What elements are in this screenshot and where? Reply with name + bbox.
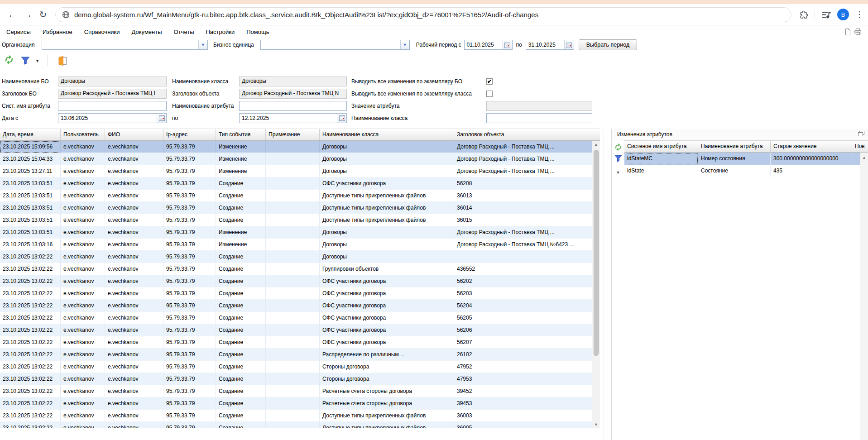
calendar-icon[interactable]: [157, 114, 166, 123]
url-text[interactable]: demo.global-system.ru/Wf_MainMenu/gtk-ru…: [74, 11, 538, 19]
table-row[interactable]: 23.10.2025 13:02:22 e.vechkanov e.vechka…: [0, 263, 592, 275]
sys-attr-field[interactable]: [58, 101, 167, 111]
menu-item[interactable]: Настройки: [206, 29, 235, 35]
table-row[interactable]: 23.10.2025 13:02:22 e.vechkanov e.vechka…: [0, 373, 592, 385]
table-row[interactable]: 23.10.2025 13:03:51 e.vechkanov e.vechka…: [0, 190, 592, 202]
class-name2-field[interactable]: [486, 113, 592, 123]
scroll-down-icon[interactable]: ▼: [594, 421, 598, 428]
column-header[interactable]: Наименование атрибута: [698, 141, 771, 152]
url-bar[interactable]: demo.global-system.ru/Wf_MainMenu/gtk-ru…: [55, 7, 791, 22]
table-row[interactable]: 23.10.2025 13:02:22 e.vechkanov e.vechka…: [0, 287, 592, 300]
chevron-down-icon[interactable]: ▼: [400, 40, 409, 49]
table-row[interactable]: 23.10.2025 13:02:22 e.vechkanov e.vechka…: [0, 324, 592, 336]
show-all-class-checkbox[interactable]: [486, 91, 493, 97]
table-row[interactable]: idStateMC Номер состояния 300.0000000000…: [624, 153, 868, 165]
scrollbar-thumb[interactable]: [594, 150, 599, 356]
period-from-field[interactable]: 01.10.2025: [464, 40, 513, 50]
table-row[interactable]: idState Состояние 435: [624, 165, 868, 177]
scroll-up-icon[interactable]: ▲: [862, 155, 866, 160]
extensions-icon[interactable]: [800, 10, 808, 19]
column-header[interactable]: Систеное имя атрибута: [624, 141, 698, 152]
bo-name-field[interactable]: Договоры: [58, 77, 167, 86]
reload-icon[interactable]: ↻: [35, 9, 51, 20]
print-icon[interactable]: [854, 28, 862, 35]
export-icon[interactable]: [844, 28, 851, 36]
filter-icon[interactable]: [21, 57, 30, 65]
object-header-field[interactable]: Договор Расходный - Поставка ТМЦ N: [239, 89, 347, 99]
bo-header-field[interactable]: Договор Расходный - Поставка ТМЦ I: [58, 89, 167, 99]
column-header[interactable]: Ip-адрес: [163, 129, 216, 140]
column-header[interactable]: Дата, время: [0, 129, 61, 140]
vertical-scrollbar[interactable]: ▲ ▼: [592, 141, 600, 428]
table-row[interactable]: 23.10.2025 15:04:33 e.vechkanov e.vechka…: [0, 153, 592, 165]
table-row[interactable]: 23.10.2025 13:02:22 e.vechkanov e.vechka…: [0, 336, 592, 349]
column-header[interactable]: Пользователь: [61, 129, 105, 140]
table-row[interactable]: 23.10.2025 13:02:22 e.vechkanov e.vechka…: [0, 385, 592, 397]
menu-item[interactable]: Справочники: [84, 29, 120, 35]
date-from-value[interactable]: 13.06.2025: [58, 115, 157, 121]
menu-item[interactable]: Избранное: [43, 29, 72, 35]
show-all-bo-checkbox[interactable]: ✔: [486, 78, 493, 85]
table-row[interactable]: 23.10.2025 13:02:22 e.vechkanov e.vechka…: [0, 361, 592, 373]
back-icon[interactable]: ←: [5, 10, 20, 20]
date-to-value[interactable]: 12.12.2025: [240, 115, 337, 121]
attr-value-field[interactable]: [486, 101, 592, 111]
exit-icon[interactable]: [57, 56, 68, 66]
site-info-icon[interactable]: [62, 11, 70, 19]
forward-icon[interactable]: →: [20, 10, 35, 20]
calendar-icon[interactable]: [564, 40, 574, 49]
media-controls-icon[interactable]: [821, 11, 831, 19]
filter-icon[interactable]: [614, 155, 622, 162]
calendar-icon[interactable]: [337, 114, 346, 123]
table-row[interactable]: 23.10.2025 13:02:22 e.vechkanov e.vechka…: [0, 275, 592, 287]
organization-value[interactable]: [42, 40, 198, 49]
table-row[interactable]: 23.10.2025 13:02:22 e.vechkanov e.vechka…: [0, 410, 592, 422]
table-row[interactable]: 23.10.2025 15:09:56 e.vechkanov e.vechka…: [0, 141, 592, 153]
table-row[interactable]: 23.10.2025 13:03:51 e.vechkanov e.vechka…: [0, 202, 592, 214]
column-header[interactable]: Тип события: [216, 129, 266, 140]
business-unit-combo[interactable]: ▼: [260, 40, 410, 50]
calendar-icon[interactable]: [503, 40, 512, 49]
table-row[interactable]: 23.10.2025 13:02:22 e.vechkanov e.vechka…: [0, 300, 592, 312]
column-header[interactable]: Наименование класса: [320, 129, 454, 140]
period-from-value[interactable]: 01.10.2025: [465, 42, 503, 48]
table-row[interactable]: 23.10.2025 13:03:51 e.vechkanov e.vechka…: [0, 226, 592, 239]
refresh-icon[interactable]: [614, 143, 623, 151]
menu-item[interactable]: Помощь: [246, 29, 269, 35]
vertical-scrollbar[interactable]: ▲: [860, 153, 868, 440]
scroll-up-icon[interactable]: ▲: [594, 141, 598, 148]
organization-combo[interactable]: ▼: [42, 40, 208, 50]
menu-item[interactable]: Сервисы: [6, 29, 31, 35]
table-row[interactable]: 23.10.2025 13:03:51 e.vechkanov e.vechka…: [0, 214, 592, 226]
chrome-menu-icon[interactable]: ⋮: [855, 10, 863, 19]
panel-splitter[interactable]: [604, 129, 611, 440]
filter-menu-caret-icon[interactable]: ▾: [36, 58, 38, 63]
column-header[interactable]: ФИО: [105, 129, 163, 140]
attr-name-field[interactable]: [239, 101, 347, 111]
date-from-field[interactable]: 13.06.2025: [58, 113, 167, 123]
period-to-value[interactable]: 31.10.2025: [526, 42, 564, 48]
menu-item[interactable]: Отчеты: [174, 29, 194, 35]
restore-window-icon[interactable]: [858, 131, 864, 138]
business-unit-value[interactable]: [261, 40, 400, 49]
column-header[interactable]: Примечание: [266, 129, 320, 140]
table-row[interactable]: 23.10.2025 13:27:11 e.vechkanov e.vechka…: [0, 165, 592, 177]
table-row[interactable]: 23.10.2025 13:02:22 e.vechkanov e.vechka…: [0, 251, 592, 263]
table-row[interactable]: 23.10.2025 13:03:51 e.vechkanov e.vechka…: [0, 177, 592, 190]
panel-menu-caret-icon[interactable]: ▾: [617, 170, 619, 175]
class-name-field[interactable]: Договоры: [239, 77, 347, 86]
chevron-down-icon[interactable]: ▼: [198, 40, 207, 49]
table-row[interactable]: 23.10.2025 13:02:22 e.vechkanov e.vechka…: [0, 312, 592, 324]
refresh-icon[interactable]: [4, 55, 14, 67]
column-header[interactable]: Старое значение: [771, 141, 852, 152]
column-header[interactable]: Заголовок объекта: [454, 129, 592, 140]
table-row[interactable]: 23.10.2025 13:02:22 e.vechkanov e.vechka…: [0, 397, 592, 410]
menu-item[interactable]: Документы: [132, 29, 162, 35]
table-row[interactable]: 23.10.2025 13:03:16 e.vechkanov e.vechka…: [0, 239, 592, 251]
period-to-field[interactable]: 31.10.2025: [526, 40, 574, 50]
table-row[interactable]: 23.10.2025 13:02:22 e.vechkanov e.vechka…: [0, 349, 592, 361]
select-period-button[interactable]: Выбрать период: [579, 39, 637, 50]
table-row[interactable]: 23.10.2025 13:02:22 e.vechkanov e.vechka…: [0, 422, 592, 428]
profile-avatar[interactable]: B: [837, 9, 849, 20]
column-header[interactable]: Нов: [852, 141, 868, 152]
